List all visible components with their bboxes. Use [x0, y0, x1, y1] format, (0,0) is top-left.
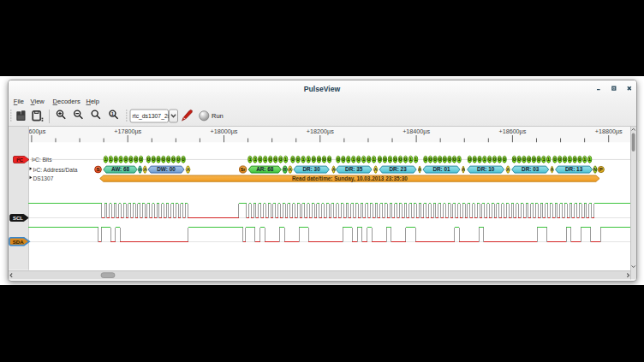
svg-text:DR: 13: DR: 13	[565, 166, 583, 172]
svg-text:DR: 01: DR: 01	[432, 166, 450, 172]
svg-text:1: 1	[414, 156, 418, 162]
svg-text:0: 0	[296, 156, 300, 162]
svg-text:I²C: Address/Data: I²C: Address/Data	[33, 167, 78, 173]
svg-text:0: 0	[357, 156, 361, 162]
svg-text:PulseView: PulseView	[304, 85, 341, 93]
svg-text:1: 1	[457, 156, 461, 162]
svg-text:0: 0	[394, 156, 397, 162]
svg-text:Help: Help	[86, 98, 99, 105]
svg-text:0: 0	[279, 156, 283, 162]
svg-text:A: A	[143, 167, 146, 172]
svg-text:1: 1	[264, 156, 267, 162]
svg-text:+18000µs: +18000µs	[211, 128, 238, 135]
svg-text:0: 0	[337, 156, 340, 162]
svg-text:0: 0	[503, 156, 506, 162]
svg-text:1: 1	[301, 156, 305, 162]
svg-text:A: A	[418, 167, 421, 172]
svg-text:0: 0	[323, 156, 326, 162]
svg-text:DR: 35: DR: 35	[345, 166, 363, 172]
svg-text:File: File	[14, 98, 24, 105]
svg-text:I²C: I²C	[16, 157, 24, 163]
svg-text:0: 0	[444, 156, 447, 162]
svg-text:N: N	[593, 167, 597, 172]
svg-text:R: R	[283, 167, 287, 172]
svg-text:A: A	[462, 167, 465, 172]
svg-text:0: 0	[578, 156, 581, 162]
svg-text:0: 0	[177, 156, 181, 162]
svg-text:0: 0	[259, 156, 262, 162]
svg-text:0: 0	[182, 156, 185, 162]
svg-text:SCL: SCL	[13, 216, 23, 221]
svg-text:0: 0	[558, 156, 562, 162]
svg-text:0: 0	[147, 156, 151, 162]
svg-text:0: 0	[433, 156, 437, 162]
svg-text:0: 0	[528, 156, 531, 162]
svg-text:0: 0	[493, 156, 497, 162]
svg-text:0: 0	[328, 156, 331, 162]
svg-text:1: 1	[307, 156, 310, 162]
svg-text:+17800µs: +17800µs	[114, 128, 141, 135]
svg-text:600µs: 600µs	[29, 128, 46, 135]
svg-text:A: A	[187, 167, 190, 172]
svg-text:0: 0	[453, 156, 456, 162]
svg-text:0: 0	[429, 156, 432, 162]
svg-text:+18400µs: +18400µs	[402, 128, 430, 135]
svg-text:0: 0	[553, 156, 557, 162]
svg-text:0: 0	[537, 156, 540, 162]
svg-text:AW: 68: AW: 68	[111, 166, 130, 172]
svg-text:1: 1	[248, 156, 252, 162]
svg-text:1: 1	[119, 156, 122, 162]
svg-text:0: 0	[162, 156, 165, 162]
svg-text:0: 0	[473, 156, 476, 162]
svg-text:DW: 00: DW: 00	[157, 166, 176, 172]
svg-text:A: A	[332, 167, 336, 172]
svg-text:0: 0	[291, 156, 295, 162]
svg-text:0: 0	[399, 156, 402, 162]
svg-text:0: 0	[342, 156, 345, 162]
svg-text:0: 0	[564, 156, 567, 162]
svg-text:DR: 03: DR: 03	[522, 166, 540, 172]
svg-text:SDA: SDA	[13, 240, 24, 245]
svg-text:1: 1	[284, 156, 288, 162]
svg-text:A: A	[374, 167, 378, 172]
svg-text:0: 0	[498, 156, 502, 162]
svg-text:0: 0	[513, 156, 516, 162]
svg-text:0: 0	[114, 156, 117, 162]
svg-text:rtc_ds1307_20: rtc_ds1307_20	[133, 113, 170, 120]
svg-text:+18600µs: +18600µs	[498, 128, 526, 135]
svg-text:1: 1	[253, 156, 257, 162]
svg-text:0: 0	[384, 156, 387, 162]
svg-text:0: 0	[140, 156, 143, 162]
svg-text:0: 0	[157, 156, 160, 162]
svg-text:0: 0	[318, 156, 321, 162]
svg-text:0: 0	[424, 156, 427, 162]
svg-text:0: 0	[379, 156, 382, 162]
svg-text:0: 0	[124, 156, 128, 162]
svg-text:0: 0	[313, 156, 316, 162]
svg-text:1: 1	[588, 156, 592, 162]
svg-text:1: 1	[389, 156, 392, 162]
svg-text:0: 0	[522, 156, 526, 162]
svg-text:P: P	[599, 167, 603, 172]
svg-text:0: 0	[129, 156, 133, 162]
svg-text:Decoders: Decoders	[53, 98, 80, 105]
svg-text:DR: 23: DR: 23	[389, 166, 407, 172]
svg-text:0: 0	[152, 156, 155, 162]
svg-text:1: 1	[569, 156, 572, 162]
svg-text:View: View	[31, 98, 45, 105]
svg-text:0: 0	[448, 156, 451, 162]
svg-text:0: 0	[404, 156, 408, 162]
svg-text:1: 1	[373, 156, 376, 162]
svg-text:0: 0	[533, 156, 536, 162]
svg-text:0: 0	[269, 156, 272, 162]
svg-text:A: A	[289, 167, 292, 172]
svg-text:1: 1	[483, 156, 486, 162]
svg-text:0: 0	[172, 156, 176, 162]
svg-text:1: 1	[542, 156, 546, 162]
svg-text:+18200µs: +18200µs	[307, 128, 334, 135]
svg-text:0: 0	[367, 156, 371, 162]
svg-text:I²C: Bits: I²C: Bits	[32, 157, 52, 163]
svg-text:1: 1	[111, 111, 114, 116]
svg-text:1: 1	[352, 156, 355, 162]
svg-text:1: 1	[110, 156, 113, 162]
